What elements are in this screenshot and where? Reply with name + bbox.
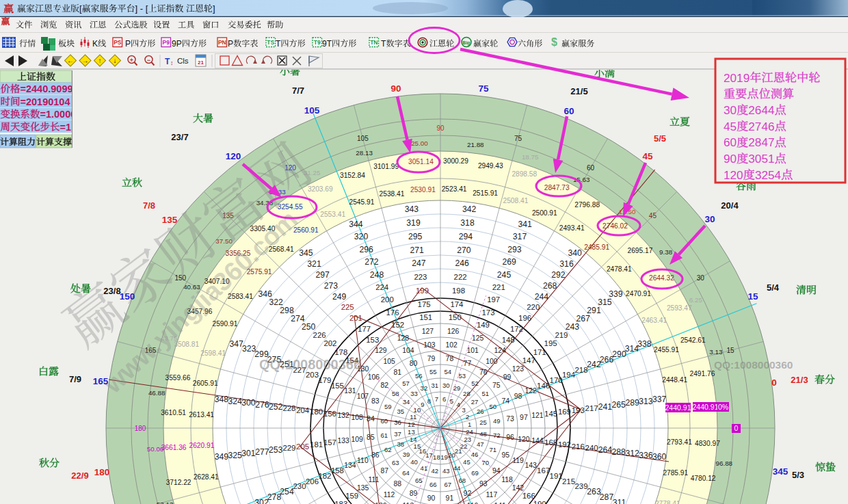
svg-text:38: 38 — [397, 440, 405, 448]
svg-text:174: 174 — [450, 300, 463, 308]
svg-text:347: 347 — [229, 339, 243, 349]
svg-text:202: 202 — [323, 339, 336, 347]
svg-text:348: 348 — [215, 395, 229, 404]
svg-text:7: 7 — [435, 395, 438, 403]
svg-text:Big: Big — [462, 40, 470, 46]
svg-text:78: 78 — [446, 355, 454, 362]
svg-text:3.13: 3.13 — [709, 348, 723, 356]
svg-text:288: 288 — [612, 447, 626, 457]
svg-text:225: 225 — [341, 303, 354, 311]
svg-text:25.00: 25.00 — [411, 140, 428, 147]
svg-text:192: 192 — [558, 440, 571, 449]
svg-text:266: 266 — [600, 355, 614, 364]
svg-text:2440.91: 2440.91 — [665, 403, 691, 412]
svg-text:2508.41: 2508.41 — [503, 197, 528, 204]
svg-text:2590.91: 2590.91 — [212, 320, 237, 328]
svg-text:268: 268 — [543, 281, 557, 291]
svg-text:2019: 2019 — [724, 71, 750, 85]
svg-text:2538.41: 2538.41 — [380, 190, 405, 198]
svg-text:21: 21 — [198, 59, 204, 66]
svg-text:62: 62 — [384, 446, 392, 453]
svg-text:18.75: 18.75 — [522, 153, 539, 161]
svg-text:180: 180 — [310, 408, 323, 416]
svg-text:204: 204 — [296, 406, 309, 414]
svg-text:117: 117 — [486, 491, 498, 499]
svg-text:111: 111 — [369, 476, 380, 483]
svg-text:1: 1 — [468, 421, 471, 428]
svg-text:201: 201 — [349, 314, 362, 322]
svg-text:2847.73: 2847.73 — [544, 184, 570, 191]
svg-text:339: 339 — [609, 289, 623, 299]
svg-text:228: 228 — [282, 404, 295, 412]
svg-text:315: 315 — [598, 297, 612, 307]
svg-text:22: 22 — [460, 442, 468, 450]
svg-text:88: 88 — [394, 480, 402, 488]
svg-text:169: 169 — [558, 408, 571, 416]
svg-text:125: 125 — [472, 334, 484, 342]
svg-text:21/5: 21/5 — [570, 86, 587, 96]
svg-text:87: 87 — [381, 467, 389, 475]
svg-text:344: 344 — [349, 220, 363, 229]
svg-text:24: 24 — [466, 428, 473, 436]
svg-text:89: 89 — [410, 490, 418, 497]
svg-text:49: 49 — [493, 417, 501, 425]
svg-text:Cls: Cls — [177, 57, 189, 65]
svg-text:20/4: 20/4 — [721, 200, 739, 211]
svg-text:33: 33 — [410, 390, 418, 397]
svg-text:43: 43 — [442, 467, 450, 475]
svg-text:105: 105 — [357, 135, 369, 142]
svg-text:153: 153 — [366, 336, 379, 344]
svg-text:129: 129 — [375, 347, 387, 354]
svg-text:277: 277 — [255, 447, 269, 457]
svg-text:131: 131 — [344, 387, 356, 395]
svg-text:PS: PS — [114, 39, 122, 46]
svg-text:342: 342 — [462, 204, 477, 214]
svg-text:151: 151 — [419, 313, 432, 321]
svg-text:90: 90 — [724, 152, 737, 165]
svg-text:97: 97 — [520, 414, 528, 421]
svg-text:197: 197 — [487, 295, 500, 304]
svg-text:205: 205 — [296, 442, 309, 451]
svg-text:2796.88: 2796.88 — [574, 201, 600, 209]
svg-text:7/9: 7/9 — [69, 374, 81, 384]
svg-text:2785.91: 2785.91 — [663, 469, 688, 477]
svg-text:271: 271 — [410, 246, 425, 255]
svg-text:21/3: 21/3 — [791, 375, 808, 385]
svg-text:QQ:1008000360: QQ:1008000360 — [714, 359, 793, 371]
svg-text:120: 120 — [724, 168, 743, 182]
svg-text:56: 56 — [415, 372, 423, 380]
svg-text:249: 249 — [332, 292, 347, 302]
svg-text:71: 71 — [489, 446, 496, 453]
svg-text:55: 55 — [429, 368, 437, 375]
svg-text:2440.91: 2440.91 — [693, 403, 719, 411]
svg-text:] - [: ] - [ — [135, 3, 148, 14]
svg-text:242: 242 — [587, 360, 601, 369]
svg-text:45: 45 — [724, 120, 737, 133]
svg-text:269: 269 — [502, 257, 516, 267]
svg-text:172: 172 — [510, 325, 523, 333]
svg-text:302: 302 — [254, 498, 269, 504]
svg-text:272: 272 — [365, 257, 379, 267]
svg-text:32: 32 — [421, 384, 428, 392]
svg-text:51: 51 — [482, 390, 490, 397]
svg-text:159: 159 — [345, 492, 358, 500]
svg-text:300: 300 — [241, 398, 256, 408]
svg-text:65: 65 — [415, 477, 423, 484]
svg-text:←: ← — [67, 57, 74, 64]
svg-text:253: 253 — [269, 445, 283, 455]
svg-text:325: 325 — [228, 451, 242, 460]
svg-text:219: 219 — [555, 331, 568, 339]
svg-text:190: 190 — [533, 500, 546, 504]
svg-text:9: 9 — [421, 401, 424, 408]
svg-text:99: 99 — [503, 373, 512, 381]
svg-text:322: 322 — [269, 297, 283, 307]
svg-text:=20190104: =20190104 — [21, 96, 70, 107]
svg-text:263: 263 — [587, 487, 601, 496]
svg-text:107: 107 — [357, 393, 369, 400]
svg-text:9T: 9T — [322, 39, 332, 49]
svg-text:119: 119 — [512, 457, 524, 464]
svg-text:170: 170 — [550, 376, 563, 384]
svg-text:320: 320 — [354, 232, 369, 241]
svg-text:203: 203 — [306, 371, 319, 379]
svg-text:195: 195 — [544, 339, 557, 347]
